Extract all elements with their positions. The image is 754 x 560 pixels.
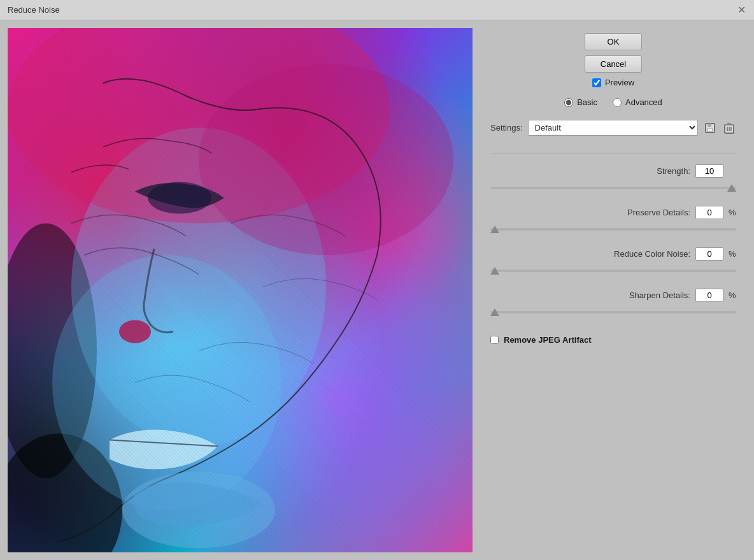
title-bar: Reduce Noise ✕ bbox=[0, 0, 754, 20]
remove-jpeg-artifact-label[interactable]: Remove JPEG Artifact bbox=[504, 335, 592, 345]
svg-point-5 bbox=[199, 64, 453, 255]
svg-rect-15 bbox=[727, 123, 731, 124]
settings-row: Settings: Default bbox=[490, 120, 736, 136]
sharpen-details-label-row: Sharpen Details: % bbox=[490, 289, 736, 302]
dialog-title: Reduce Noise bbox=[8, 5, 60, 15]
svg-point-0 bbox=[8, 224, 97, 478]
preview-checkbox-wrap[interactable]: Preview bbox=[592, 78, 634, 87]
controls-panel: OK Cancel Preview Basic Advanced bbox=[480, 28, 746, 552]
svg-point-1 bbox=[8, 434, 122, 553]
advanced-mode-label: Advanced bbox=[625, 97, 662, 107]
preserve-details-label: Preserve Details: bbox=[627, 208, 690, 217]
preserve-details-input[interactable] bbox=[695, 206, 723, 219]
preview-label: Preview bbox=[605, 78, 634, 87]
basic-radio[interactable] bbox=[564, 98, 573, 107]
strength-label-row: Strength: bbox=[490, 164, 736, 178]
sharpen-details-track-wrap bbox=[490, 306, 736, 319]
strength-label: Strength: bbox=[657, 166, 690, 176]
basic-mode-label: Basic bbox=[577, 97, 597, 107]
ok-button-row: OK bbox=[490, 33, 736, 50]
svg-rect-10 bbox=[708, 124, 711, 127]
advanced-mode-wrap[interactable]: Advanced bbox=[613, 97, 662, 107]
reduce-color-noise-input[interactable] bbox=[695, 247, 723, 261]
dialog-body: OK Cancel Preview Basic Advanced bbox=[0, 20, 754, 560]
preview-checkbox[interactable] bbox=[592, 78, 601, 87]
strength-slider-group: Strength: bbox=[490, 164, 736, 194]
remove-jpeg-artifact-row: Remove JPEG Artifact bbox=[490, 335, 736, 345]
reduce-color-noise-label-row: Reduce Color Noise: % bbox=[490, 247, 736, 261]
svg-point-8 bbox=[122, 472, 275, 549]
ok-button[interactable]: OK bbox=[585, 33, 642, 50]
advanced-radio[interactable] bbox=[613, 98, 622, 107]
preserve-details-label-row: Preserve Details: % bbox=[490, 206, 736, 219]
preserve-details-slider[interactable] bbox=[490, 228, 736, 231]
reduce-color-noise-unit: % bbox=[729, 249, 736, 259]
close-button[interactable]: ✕ bbox=[736, 5, 746, 15]
svg-point-7 bbox=[119, 320, 151, 343]
strength-input[interactable] bbox=[695, 164, 723, 178]
strength-track-wrap bbox=[490, 182, 736, 194]
basic-mode-wrap[interactable]: Basic bbox=[564, 97, 597, 107]
svg-point-3 bbox=[52, 255, 281, 510]
svg-point-2 bbox=[71, 128, 326, 447]
preview-area bbox=[8, 28, 473, 552]
mode-row: Basic Advanced bbox=[490, 97, 736, 107]
svg-rect-14 bbox=[724, 124, 734, 126]
remove-jpeg-artifact-checkbox[interactable] bbox=[490, 336, 499, 344]
preserve-details-unit: % bbox=[729, 208, 736, 217]
sharpen-details-label: Sharpen Details: bbox=[629, 291, 690, 300]
face-illustration bbox=[8, 28, 473, 552]
reduce-color-noise-slider-group: Reduce Color Noise: % bbox=[490, 247, 736, 277]
delete-preset-icon[interactable] bbox=[722, 121, 736, 135]
svg-rect-12 bbox=[708, 129, 712, 131]
preview-image bbox=[8, 28, 473, 552]
reduce-color-noise-track-wrap bbox=[490, 264, 736, 277]
reduce-color-noise-slider[interactable] bbox=[490, 269, 736, 272]
settings-select[interactable]: Default bbox=[528, 120, 698, 136]
sharpen-details-slider[interactable] bbox=[490, 311, 736, 313]
svg-point-4 bbox=[8, 28, 390, 224]
svg-point-6 bbox=[148, 182, 211, 214]
reduce-color-noise-label: Reduce Color Noise: bbox=[614, 249, 690, 259]
separator-1 bbox=[490, 154, 736, 154]
preview-row: Preview bbox=[490, 78, 736, 87]
sharpen-details-slider-group: Sharpen Details: % bbox=[490, 289, 736, 319]
sharpen-details-unit: % bbox=[729, 291, 736, 300]
sharpen-details-input[interactable] bbox=[695, 289, 723, 302]
preserve-details-track-wrap bbox=[490, 223, 736, 236]
cancel-button[interactable]: Cancel bbox=[585, 55, 642, 73]
strength-slider[interactable] bbox=[490, 187, 736, 189]
settings-label: Settings: bbox=[490, 123, 523, 133]
preserve-details-slider-group: Preserve Details: % bbox=[490, 206, 736, 236]
save-preset-icon[interactable] bbox=[703, 121, 717, 135]
cancel-button-row: Cancel bbox=[490, 55, 736, 73]
